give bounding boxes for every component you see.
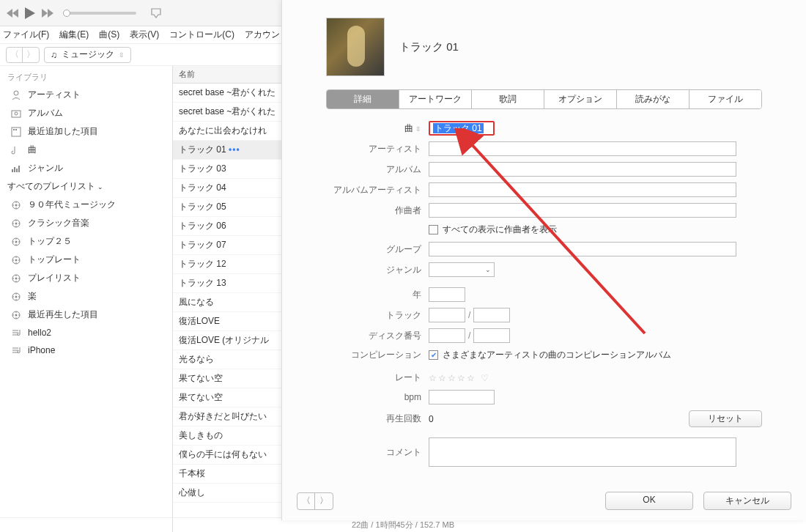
love-icon[interactable]: ♡: [481, 373, 489, 383]
sidebar-playlist-item[interactable]: iPhone: [0, 341, 172, 359]
genre-select[interactable]: ⌄: [429, 262, 495, 277]
sidebar-playlist-item[interactable]: ９０年代ミュージック: [0, 196, 172, 214]
bpm-field[interactable]: [429, 390, 495, 404]
ok-button[interactable]: OK: [605, 492, 693, 510]
next-track-button[interactable]: 〉: [315, 493, 333, 509]
sidebar-item-label: クラシック音楽: [28, 217, 89, 229]
sidebar-playlist-item[interactable]: 最近再生した項目: [0, 306, 172, 324]
composer-checkbox[interactable]: [429, 225, 438, 234]
tab-lyrics[interactable]: 歌詞: [472, 90, 544, 108]
year-field[interactable]: [429, 287, 465, 302]
song-field[interactable]: トラック 01: [429, 121, 495, 136]
track-total-field[interactable]: [473, 308, 510, 322]
sidebar-playlist-item[interactable]: プレイリスト: [0, 269, 172, 287]
prev-track-button[interactable]: 〈: [297, 493, 315, 509]
menu-item[interactable]: ファイル(F): [3, 29, 49, 41]
tab-artwork[interactable]: アートワーク: [399, 90, 472, 108]
sidebar-playlist-item[interactable]: トップレート: [0, 251, 172, 269]
disc-total-field[interactable]: [473, 328, 510, 343]
sidebar-header-library: ライブラリ: [0, 69, 172, 86]
sidebar-item-label: トップレート: [28, 254, 81, 266]
track-name: secret base ~君がくれた: [179, 87, 276, 97]
sidebar-icon: [10, 89, 22, 101]
sidebar-item[interactable]: 最近追加した項目: [0, 122, 172, 141]
sidebar-icon: [10, 126, 22, 138]
sidebar-playlist-item[interactable]: 楽: [0, 287, 172, 306]
track-num-field[interactable]: [429, 308, 465, 322]
albumartist-field[interactable]: [429, 182, 736, 197]
volume-slider[interactable]: [63, 12, 136, 15]
artist-field[interactable]: [429, 141, 736, 156]
menu-item[interactable]: 編集(E): [59, 29, 89, 41]
track-name: 君が好きだと叫びたい: [179, 411, 267, 421]
tab-details[interactable]: 詳細: [327, 90, 399, 108]
sidebar-icon: [10, 163, 22, 174]
back-button[interactable]: 〈: [7, 48, 23, 62]
menu-item[interactable]: アカウン: [245, 29, 280, 41]
tab-sorting[interactable]: 読みがな: [617, 90, 689, 108]
sidebar-item[interactable]: 曲: [0, 141, 172, 159]
composer-checkbox-label: すべての表示に作曲者を表示: [443, 223, 557, 236]
track-name: 僕らの手には何もない: [179, 449, 267, 459]
sidebar-item[interactable]: アーティスト: [0, 86, 172, 104]
sidebar-item-label: 曲: [28, 144, 37, 156]
menu-item[interactable]: 表示(V): [130, 29, 159, 41]
nav-buttons: 〈 〉: [6, 47, 40, 63]
composer-field[interactable]: [429, 203, 736, 218]
tab-options[interactable]: オプション: [544, 90, 617, 108]
sidebar-icon: [10, 144, 22, 156]
cancel-button[interactable]: キャンセル: [703, 492, 791, 510]
menu-item[interactable]: コントロール(C): [169, 29, 234, 41]
comment-label: コメント: [326, 446, 429, 459]
svg-rect-1: [12, 111, 21, 117]
sidebar-item-label: ９０年代ミュージック: [28, 199, 116, 211]
more-icon[interactable]: •••: [229, 144, 240, 155]
comment-field[interactable]: [429, 437, 736, 467]
library-dropdown[interactable]: ♫ ミュージック ⇳: [44, 47, 131, 63]
track-name: トラック 04: [179, 182, 226, 193]
rate-label: レート: [326, 372, 429, 384]
playcount-label: 再生回数: [326, 413, 429, 425]
album-artwork: [326, 18, 385, 76]
sidebar-playlist-item[interactable]: トップ２５: [0, 232, 172, 251]
gear-icon: [10, 309, 22, 321]
sidebar-header-playlists: すべてのプレイリスト ⌄: [0, 177, 172, 196]
compilation-checkbox[interactable]: ✔: [429, 350, 438, 360]
forward-button[interactable]: 〉: [23, 48, 39, 62]
track-name: トラック 01: [179, 144, 226, 155]
group-field[interactable]: [429, 242, 736, 256]
sidebar-item[interactable]: ジャンル: [0, 159, 172, 177]
menu-item[interactable]: 曲(S): [99, 29, 119, 41]
svg-point-11: [15, 240, 18, 243]
gear-icon: [10, 236, 22, 248]
reset-button[interactable]: リセット: [689, 410, 762, 427]
sidebar-playlist-item[interactable]: hello2: [0, 324, 172, 341]
track-name: 心做し: [179, 487, 205, 498]
dialog-title: トラック 01: [399, 40, 459, 54]
play-button[interactable]: [23, 7, 37, 20]
compilation-checkbox-label: さまざまなアーティストの曲のコンピレーションアルバム: [443, 349, 671, 361]
disc-num-field[interactable]: [429, 328, 465, 343]
albumartist-label: アルバムアーティスト: [326, 184, 429, 196]
gear-icon: [10, 199, 22, 211]
svg-point-7: [15, 204, 18, 206]
gear-icon: [10, 291, 22, 303]
disc-label: ディスク番号: [326, 330, 429, 342]
airplay-icon[interactable]: [149, 7, 163, 20]
next-button[interactable]: [41, 7, 54, 20]
gear-icon: [10, 344, 22, 356]
tab-file[interactable]: ファイル: [689, 90, 761, 108]
sidebar-item-label: hello2: [28, 328, 51, 338]
prev-button[interactable]: [6, 7, 19, 20]
chevron-icon: ⇳: [119, 51, 125, 59]
track-name: 果てない空: [179, 373, 223, 383]
music-note-icon: ♫: [51, 50, 57, 60]
sidebar-item-label: トップ２５: [28, 235, 72, 248]
genre-label: ジャンル: [326, 264, 429, 276]
gear-icon: [10, 254, 22, 266]
sidebar-playlist-item[interactable]: クラシック音楽: [0, 214, 172, 232]
rating-stars[interactable]: ☆☆☆☆☆: [429, 373, 476, 383]
chevron-down-icon: ⌄: [97, 183, 103, 191]
sidebar-item[interactable]: アルバム: [0, 104, 172, 122]
album-field[interactable]: [429, 162, 736, 177]
